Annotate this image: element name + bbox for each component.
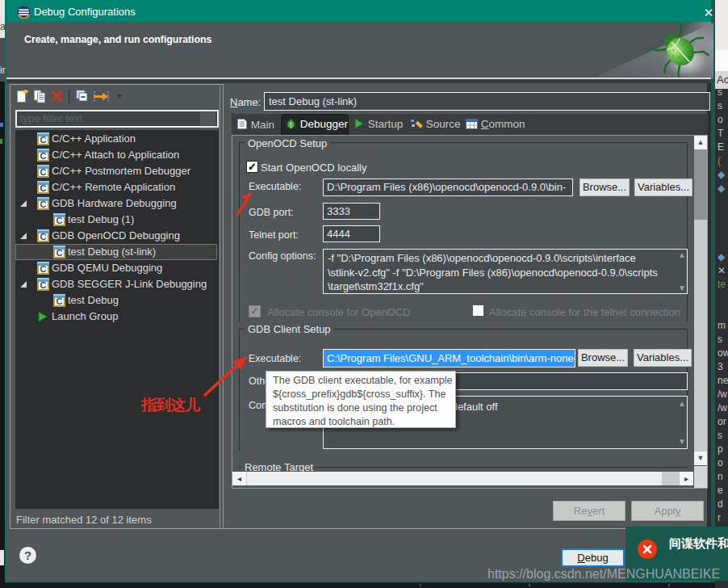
svg-text:C: C <box>56 296 63 306</box>
svg-text:C: C <box>56 216 63 225</box>
svg-text:C: C <box>40 167 47 177</box>
svg-text:C: C <box>40 183 47 193</box>
svg-text:C: C <box>40 232 47 242</box>
svg-text:C: C <box>40 151 47 161</box>
svg-text:C: C <box>40 280 47 290</box>
svg-text:C: C <box>56 248 63 258</box>
svg-text:C: C <box>40 200 47 209</box>
svg-text:C: C <box>40 135 47 145</box>
svg-text:C: C <box>40 264 47 274</box>
